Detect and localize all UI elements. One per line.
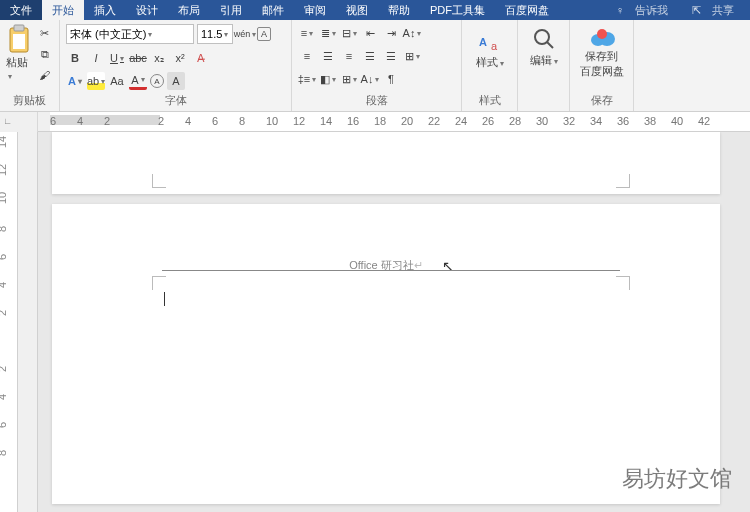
align-distribute-button[interactable]: ☰ bbox=[382, 47, 400, 65]
numbering-button[interactable]: ≣ bbox=[319, 24, 337, 42]
vruler-tick: 8 bbox=[0, 450, 8, 456]
font-size-select[interactable]: 11.5 bbox=[197, 24, 233, 44]
page-1-bottom[interactable] bbox=[52, 132, 720, 194]
italic-button[interactable]: I bbox=[87, 49, 105, 67]
underline-button[interactable]: U bbox=[108, 49, 126, 67]
bullets-button[interactable]: ≡ bbox=[298, 24, 316, 42]
font-label: 字体 bbox=[66, 93, 285, 111]
share-button[interactable]: ⇱ 共享 bbox=[684, 3, 750, 18]
group-clipboard: 粘贴 ✂ ⧉ 🖌 剪贴板 bbox=[0, 20, 60, 111]
tab-home[interactable]: 开始 bbox=[42, 0, 84, 20]
enclose-char-button[interactable]: A bbox=[150, 74, 164, 88]
styles-button[interactable]: Aa 样式 bbox=[468, 22, 511, 70]
align-center-button[interactable]: ☰ bbox=[319, 47, 337, 65]
netdisk-line2: 百度网盘 bbox=[580, 65, 624, 78]
tab-file[interactable]: 文件 bbox=[0, 0, 42, 20]
tab-selector[interactable]: ∟ bbox=[3, 116, 12, 126]
borders-button[interactable]: ⊞ bbox=[340, 70, 358, 88]
header-underline bbox=[162, 270, 620, 271]
find-button[interactable]: 编辑 bbox=[524, 22, 563, 68]
cut-button[interactable]: ✂ bbox=[36, 24, 54, 42]
ruler-tick: 6 bbox=[50, 115, 56, 127]
tab-view[interactable]: 视图 bbox=[336, 0, 378, 20]
ruler-tick: 2 bbox=[158, 115, 164, 127]
ruler-tick: 16 bbox=[347, 115, 359, 127]
text-caret bbox=[164, 292, 165, 306]
text-effects-button[interactable]: A bbox=[66, 72, 84, 90]
subscript-button[interactable]: x₂ bbox=[150, 49, 168, 67]
vruler-tick: 8 bbox=[0, 226, 8, 232]
line-spacing-button[interactable]: ‡≡ bbox=[298, 70, 316, 88]
align-left-button[interactable]: ≡ bbox=[298, 47, 316, 65]
copy-button[interactable]: ⧉ bbox=[36, 45, 54, 63]
font-color-button[interactable]: A bbox=[129, 72, 147, 90]
superscript-button[interactable]: x² bbox=[171, 49, 189, 67]
align-justify-button[interactable]: ☰ bbox=[361, 47, 379, 65]
group-edit: 编辑 bbox=[518, 20, 570, 111]
svg-rect-1 bbox=[14, 25, 24, 31]
increase-indent-button[interactable]: ⇥ bbox=[382, 24, 400, 42]
vertical-ruler[interactable]: 14121086422468 bbox=[0, 132, 18, 512]
tab-review[interactable]: 审阅 bbox=[294, 0, 336, 20]
watermark: 易坊好文馆 bbox=[622, 464, 732, 494]
ruler-tick: 4 bbox=[77, 115, 83, 127]
netdisk-label: 保存 bbox=[576, 93, 627, 111]
svg-text:A: A bbox=[479, 36, 487, 48]
tab-pdf[interactable]: PDF工具集 bbox=[420, 0, 495, 20]
tell-me[interactable]: ♀ 告诉我 bbox=[608, 3, 684, 18]
ruler-tick: 42 bbox=[698, 115, 710, 127]
group-styles: Aa 样式 样式 bbox=[462, 20, 518, 111]
align-right-button[interactable]: ≡ bbox=[340, 47, 358, 65]
tab-netdisk[interactable]: 百度网盘 bbox=[495, 0, 559, 20]
highlight-button[interactable]: ab bbox=[87, 72, 105, 90]
bold-button[interactable]: B bbox=[66, 49, 84, 67]
tab-layout[interactable]: 布局 bbox=[168, 0, 210, 20]
share-label: 共享 bbox=[704, 4, 742, 16]
tab-help[interactable]: 帮助 bbox=[378, 0, 420, 20]
vruler-tick: 14 bbox=[0, 136, 8, 148]
text-direction-button[interactable]: A↕ bbox=[403, 24, 421, 42]
cloud-icon bbox=[588, 26, 616, 48]
svg-point-5 bbox=[535, 30, 549, 44]
ruler-tick: 34 bbox=[590, 115, 602, 127]
ruler-tick: 32 bbox=[563, 115, 575, 127]
font-name-select[interactable]: 宋体 (中文正文) bbox=[66, 24, 194, 44]
ruler-tick: 2 bbox=[104, 115, 110, 127]
crop-mark-icon bbox=[152, 174, 166, 188]
shading-button[interactable]: ◧ bbox=[319, 70, 337, 88]
char-scale-button[interactable]: Aa bbox=[108, 72, 126, 90]
horizontal-ruler[interactable]: ∟ 64224681012141618202224262830323436384… bbox=[0, 112, 750, 132]
ruler-tick: 36 bbox=[617, 115, 629, 127]
char-border-button[interactable]: A bbox=[257, 27, 271, 41]
show-marks-button[interactable]: ¶ bbox=[382, 70, 400, 88]
vruler-tick: 2 bbox=[0, 310, 8, 316]
styles-icon: Aa bbox=[476, 26, 504, 54]
paste-button[interactable]: 粘贴 bbox=[6, 24, 32, 84]
phonetic-guide-button[interactable]: wén bbox=[236, 25, 254, 43]
format-painter-button[interactable]: 🖌 bbox=[36, 66, 54, 84]
page-2[interactable]: Office 研习社↵ ↖ bbox=[52, 204, 720, 504]
mouse-cursor-icon: ↖ bbox=[442, 258, 454, 274]
save-to-netdisk-button[interactable]: 保存到 百度网盘 bbox=[576, 22, 627, 78]
ruler-tick: 40 bbox=[671, 115, 683, 127]
tab-design[interactable]: 设计 bbox=[126, 0, 168, 20]
paragraph-label: 段落 bbox=[298, 93, 455, 111]
tab-mail[interactable]: 邮件 bbox=[252, 0, 294, 20]
vruler-tick: 4 bbox=[0, 282, 8, 288]
group-netdisk: 保存到 百度网盘 保存 bbox=[570, 20, 634, 111]
crop-mark-icon bbox=[616, 276, 630, 290]
clear-format-button[interactable]: A̶ bbox=[192, 49, 210, 67]
svg-point-9 bbox=[597, 29, 607, 39]
char-shading-button[interactable]: A bbox=[167, 72, 185, 90]
document-canvas[interactable]: Office 研习社↵ ↖ bbox=[38, 132, 750, 512]
group-font: 宋体 (中文正文) 11.5 wén A B I U abc x₂ x² A̶ … bbox=[60, 20, 292, 111]
strikethrough-button[interactable]: abc bbox=[129, 49, 147, 67]
decrease-indent-button[interactable]: ⇤ bbox=[361, 24, 379, 42]
tab-references[interactable]: 引用 bbox=[210, 0, 252, 20]
edit-btn-label: 编辑 bbox=[530, 54, 558, 68]
snap-button[interactable]: ⊞ bbox=[403, 47, 421, 65]
multilevel-button[interactable]: ⊟ bbox=[340, 24, 358, 42]
styles-label: 样式 bbox=[468, 93, 511, 111]
tab-insert[interactable]: 插入 bbox=[84, 0, 126, 20]
sort-button[interactable]: A↓ bbox=[361, 70, 379, 88]
